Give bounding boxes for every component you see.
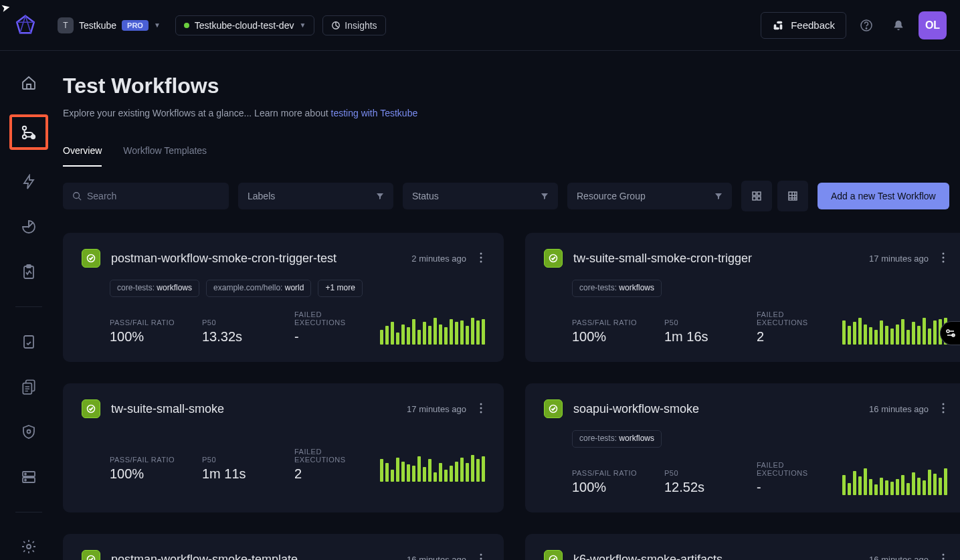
sparkline-bar xyxy=(917,478,921,495)
workflow-tag: core-tests: workflows xyxy=(110,280,199,297)
tab-overview[interactable]: Overview xyxy=(63,145,102,167)
sidebar-tests[interactable] xyxy=(14,329,43,355)
list-view-button[interactable] xyxy=(777,181,808,211)
workflow-title: postman-workflow-smoke-cron-trigger-test xyxy=(111,252,401,266)
workflow-card[interactable]: postman-workflow-smoke-cron-trigger-test… xyxy=(63,233,504,362)
stat-ratio: 100% xyxy=(572,480,639,495)
filter-resource-group[interactable]: Resource Group xyxy=(567,183,732,209)
sparkline-bar xyxy=(853,471,856,495)
workflow-card[interactable]: tw-suite-small-smoke-cron-trigger 17 min… xyxy=(525,233,960,362)
sparkline-bar xyxy=(912,472,915,495)
environment-selector[interactable]: Testkube-cloud-test-dev ▼ xyxy=(175,15,315,35)
svg-point-21 xyxy=(74,193,80,199)
filter-icon xyxy=(541,192,549,200)
stat-p50: 13.32s xyxy=(202,329,269,345)
workflow-cards-grid: postman-workflow-smoke-cron-trigger-test… xyxy=(63,233,960,560)
topbar: T Testkube PRO ▼ Testkube-cloud-test-dev… xyxy=(0,0,960,51)
sparkline-bar xyxy=(444,327,448,345)
svg-point-30 xyxy=(480,260,482,262)
testkube-logo-icon[interactable] xyxy=(13,13,37,37)
user-avatar[interactable]: OL xyxy=(919,11,947,39)
sparkline-chart xyxy=(842,468,947,495)
workflow-tag: core-tests: workflows xyxy=(572,280,662,297)
add-workflow-button[interactable]: Add a new Test Workflow xyxy=(818,183,949,209)
workflow-tag: +1 more xyxy=(318,280,362,297)
sparkline-bar xyxy=(380,330,383,345)
workflow-card[interactable]: postman-workflow-smoke-template 16 minut… xyxy=(63,534,504,560)
stat-label: FAILED EXECUTIONS xyxy=(294,448,355,464)
sidebar-home[interactable] xyxy=(14,70,43,96)
notifications-button[interactable] xyxy=(886,13,910,37)
sidebar-security[interactable] xyxy=(14,419,43,445)
sparkline-bar xyxy=(901,475,904,495)
stat-failed: - xyxy=(294,329,355,345)
sparkline-bar xyxy=(482,319,485,345)
sidebar-suites[interactable] xyxy=(14,374,43,400)
sparkline-bar xyxy=(912,322,915,345)
page-subtitle: Explore your existing Workflows at a gla… xyxy=(63,108,960,118)
sparkline-bar xyxy=(890,482,894,495)
tabs: Overview Workflow Templates xyxy=(63,145,960,167)
workflow-card[interactable]: k6-workflow-smoke-artifacts 16 minutes a… xyxy=(525,534,960,560)
stat-label: P50 xyxy=(202,318,269,326)
sparkline-bar xyxy=(471,455,474,482)
more-menu-icon[interactable] xyxy=(939,403,947,415)
sparkline-bar xyxy=(460,458,464,482)
sparkline-bar xyxy=(380,459,383,482)
sparkline-bar xyxy=(434,318,437,345)
more-menu-icon[interactable] xyxy=(939,252,947,265)
card-stats: PASS/FAIL RATIO100% P501m 16s FAILED EXE… xyxy=(572,310,947,345)
svg-rect-25 xyxy=(757,197,761,200)
plan-badge: PRO xyxy=(122,20,149,31)
feedback-label: Feedback xyxy=(791,19,835,31)
sparkline-bar xyxy=(476,459,480,482)
sidebar-settings[interactable] xyxy=(14,534,43,560)
sparkline-bar xyxy=(864,324,867,345)
floating-sidebar-toggle[interactable] xyxy=(940,321,960,345)
more-menu-icon[interactable] xyxy=(477,252,485,265)
search-input[interactable]: Search xyxy=(63,183,229,209)
sparkline-bar xyxy=(396,458,399,482)
sidebar-workflows[interactable] xyxy=(9,114,48,150)
sparkline-bar xyxy=(933,320,937,345)
sparkline-bar xyxy=(428,326,431,345)
filter-status[interactable]: Status xyxy=(403,183,558,209)
insights-label: Insights xyxy=(345,20,377,31)
sparkline-bar xyxy=(385,326,389,345)
workflow-card[interactable]: tw-suite-small-smoke 17 minutes ago PASS… xyxy=(63,383,504,512)
sparkline-chart xyxy=(842,318,947,345)
workflow-title: soapui-workflow-smoke xyxy=(573,402,858,416)
filter-labels[interactable]: Labels xyxy=(238,183,393,209)
sidebar-resources[interactable] xyxy=(14,464,43,490)
sidebar-analytics[interactable] xyxy=(14,214,43,240)
status-pass-icon xyxy=(544,249,563,268)
sparkline-bar xyxy=(858,318,862,345)
insights-button[interactable]: Insights xyxy=(322,15,385,35)
sparkline-bar xyxy=(901,319,904,345)
tab-templates[interactable]: Workflow Templates xyxy=(123,145,207,167)
sparkline-bar xyxy=(466,326,469,345)
feedback-button[interactable]: Feedback xyxy=(761,12,846,39)
learn-more-link[interactable]: testing with Testkube xyxy=(331,108,418,118)
more-menu-icon[interactable] xyxy=(477,553,485,561)
stat-label: FAILED EXECUTIONS xyxy=(757,310,817,326)
stat-ratio: 100% xyxy=(572,329,639,345)
grid-view-button[interactable] xyxy=(741,181,772,211)
more-menu-icon[interactable] xyxy=(477,403,485,415)
workflow-card[interactable]: soapui-workflow-smoke 16 minutes ago cor… xyxy=(525,383,960,512)
more-menu-icon[interactable] xyxy=(939,553,947,561)
svg-point-7 xyxy=(23,126,26,130)
status-pass-icon xyxy=(544,550,563,560)
sparkline-bar xyxy=(391,470,394,482)
svg-point-29 xyxy=(480,256,482,258)
sidebar-triggers[interactable] xyxy=(14,169,43,195)
sparkline-bar xyxy=(444,470,448,482)
sparkline-bar xyxy=(460,320,464,345)
help-button[interactable] xyxy=(854,13,878,37)
svg-point-49 xyxy=(943,557,945,559)
sparkline-bar xyxy=(428,459,431,482)
sparkline-bar xyxy=(396,333,399,345)
sparkline-bar xyxy=(423,467,426,482)
sidebar-status[interactable] xyxy=(14,259,43,285)
org-selector[interactable]: T Testkube PRO ▼ xyxy=(51,13,167,37)
